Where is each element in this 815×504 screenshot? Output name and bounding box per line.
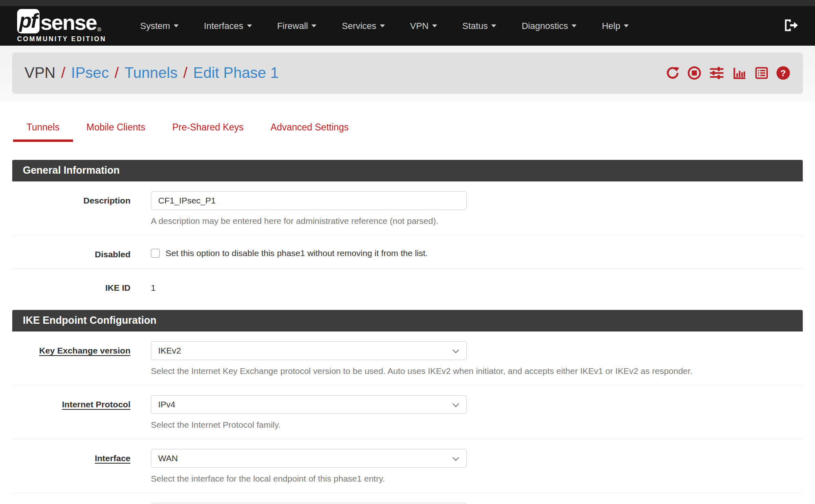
interface-help: Select the interface for the local endpo… bbox=[151, 474, 467, 484]
internet-protocol-label: Internet Protocol bbox=[12, 395, 130, 430]
log-icon[interactable] bbox=[754, 66, 769, 80]
description-input[interactable] bbox=[151, 191, 467, 210]
key-exchange-version-label: Key Exchange version bbox=[12, 341, 130, 376]
sign-out-icon bbox=[782, 18, 798, 35]
subnav-tabs: Tunnels Mobile Clients Pre-Shared Keys A… bbox=[13, 118, 803, 142]
breadcrumb-edit-phase1-link[interactable]: Edit Phase 1 bbox=[193, 64, 279, 82]
breadcrumb: VPN / IPsec / Tunnels / Edit Phase 1 bbox=[12, 53, 803, 93]
chevron-down-icon bbox=[452, 400, 459, 409]
breadcrumb-ipsec-link[interactable]: IPsec bbox=[71, 64, 109, 82]
interface-row: Interface WAN Select the interface for t… bbox=[12, 439, 803, 493]
caret-down-icon bbox=[491, 24, 496, 27]
ike-endpoint-configuration-panel: IKE Endpoint Configuration Key Exchange … bbox=[12, 310, 803, 504]
tab-advanced-settings[interactable]: Advanced Settings bbox=[257, 118, 362, 142]
svg-text:?: ? bbox=[780, 68, 786, 78]
help-icon[interactable]: ? bbox=[776, 66, 791, 80]
refresh-icon[interactable] bbox=[665, 66, 680, 80]
nav-item-diagnostics[interactable]: Diagnostics bbox=[509, 6, 589, 46]
nav-menu: System Interfaces Firewall Services VPN … bbox=[128, 6, 642, 46]
description-row: Description A description may be entered… bbox=[12, 181, 803, 235]
nav-item-firewall[interactable]: Firewall bbox=[265, 6, 329, 46]
nav-item-system[interactable]: System bbox=[128, 6, 191, 46]
internet-protocol-row: Internet Protocol IPv4 Select the Intern… bbox=[12, 385, 803, 439]
breadcrumb-separator: / bbox=[115, 64, 119, 82]
breadcrumb-tunnels-link[interactable]: Tunnels bbox=[124, 64, 177, 82]
nav-item-interfaces[interactable]: Interfaces bbox=[191, 6, 265, 46]
key-exchange-version-help: Select the Internet Key Exchange protoco… bbox=[151, 366, 692, 376]
breadcrumb-separator: / bbox=[61, 64, 65, 82]
sliders-icon[interactable] bbox=[709, 66, 725, 80]
caret-down-icon bbox=[572, 24, 576, 27]
ike-id-label: IKE ID bbox=[12, 279, 130, 293]
chevron-down-icon bbox=[452, 346, 459, 356]
caret-down-icon bbox=[247, 24, 252, 27]
general-information-panel: General Information Description A descri… bbox=[12, 160, 803, 302]
caret-down-icon bbox=[432, 24, 437, 27]
interface-label: Interface bbox=[12, 449, 130, 484]
description-help: A description may be entered here for ad… bbox=[151, 216, 467, 226]
chevron-down-icon bbox=[452, 453, 459, 463]
pf-logo-box: pf bbox=[17, 9, 40, 33]
internet-protocol-help: Select the Internet Protocol family. bbox=[151, 420, 467, 430]
internet-protocol-select[interactable]: IPv4 bbox=[151, 395, 467, 414]
community-edition-tagline: COMMUNITY EDITION bbox=[17, 35, 106, 43]
page-action-icons: ? bbox=[665, 66, 791, 80]
caret-down-icon bbox=[624, 24, 629, 27]
stop-service-icon[interactable] bbox=[687, 66, 702, 80]
remote-gateway-row: Remote Gateway Enter the public IP addre… bbox=[12, 493, 803, 504]
caret-down-icon bbox=[380, 24, 385, 27]
ike-id-value: 1 bbox=[151, 279, 156, 293]
tab-pre-shared-keys[interactable]: Pre-Shared Keys bbox=[159, 118, 257, 142]
ike-endpoint-configuration-header: IKE Endpoint Configuration bbox=[12, 310, 803, 332]
disabled-row: Disabled Set this option to disable this… bbox=[12, 235, 803, 269]
sense-logo-text: sense bbox=[40, 11, 96, 33]
main-navbar: pf sense ® COMMUNITY EDITION System Inte… bbox=[0, 6, 815, 46]
breadcrumb-region: VPN / IPsec / Tunnels / Edit Phase 1 bbox=[0, 46, 815, 102]
ike-id-row: IKE ID 1 bbox=[12, 269, 803, 302]
key-exchange-version-select[interactable]: IKEv2 bbox=[151, 341, 467, 360]
disabled-checkbox[interactable] bbox=[151, 249, 160, 258]
disabled-label: Disabled bbox=[12, 245, 130, 259]
breadcrumb-separator: / bbox=[183, 64, 187, 82]
disabled-checkbox-label[interactable]: Set this option to disable this phase1 w… bbox=[166, 248, 428, 258]
status-chart-icon[interactable] bbox=[732, 66, 747, 80]
logout-button[interactable] bbox=[782, 18, 798, 35]
caret-down-icon bbox=[311, 24, 316, 27]
browser-top-strip bbox=[0, 0, 815, 6]
breadcrumb-vpn: VPN bbox=[24, 64, 55, 82]
registered-mark: ® bbox=[97, 27, 102, 33]
nav-item-vpn[interactable]: VPN bbox=[398, 6, 450, 46]
nav-item-help[interactable]: Help bbox=[589, 6, 641, 46]
tab-mobile-clients[interactable]: Mobile Clients bbox=[73, 118, 159, 142]
general-information-header: General Information bbox=[12, 160, 803, 181]
key-exchange-version-row: Key Exchange version IKEv2 Select the In… bbox=[12, 332, 803, 385]
nav-item-status[interactable]: Status bbox=[450, 6, 509, 46]
tab-tunnels[interactable]: Tunnels bbox=[13, 118, 73, 142]
caret-down-icon bbox=[174, 24, 179, 27]
interface-select[interactable]: WAN bbox=[151, 449, 467, 468]
nav-item-services[interactable]: Services bbox=[329, 6, 397, 46]
description-label: Description bbox=[12, 191, 130, 226]
pfsense-logo[interactable]: pf sense ® COMMUNITY EDITION bbox=[17, 9, 106, 43]
